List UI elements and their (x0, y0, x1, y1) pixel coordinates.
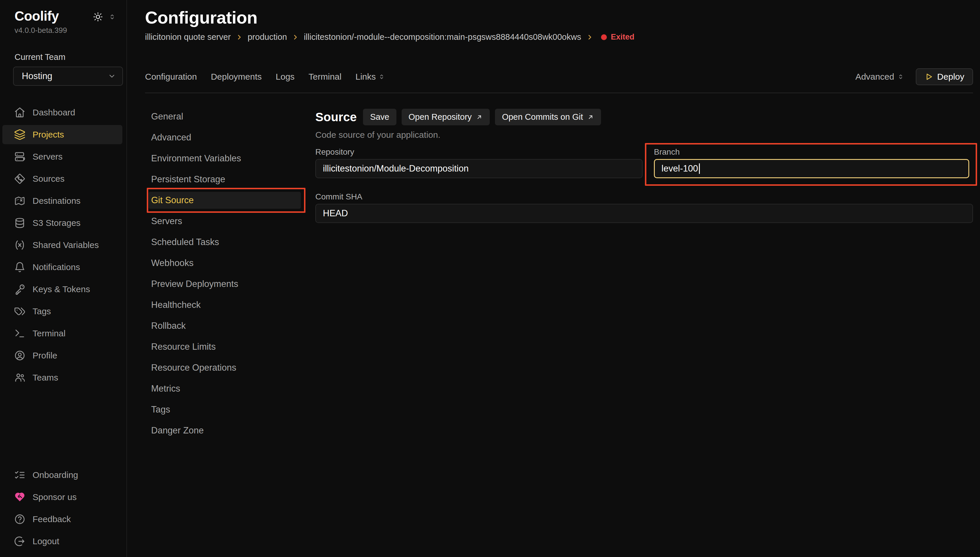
sidebar-item-label: Notifications (33, 262, 80, 272)
sidebar-item-teams[interactable]: Teams (0, 366, 127, 389)
layers-icon (14, 129, 26, 140)
status-dot-icon (601, 34, 607, 40)
sidebar-item-label: Destinations (33, 196, 81, 206)
breadcrumb-application[interactable]: illicitestonion/-module--decomposition:m… (304, 32, 581, 42)
subnav-item-preview-deployments[interactable]: Preview Deployments (145, 274, 302, 295)
open-repository-button[interactable]: Open Repository (401, 109, 490, 125)
branch-input[interactable]: level-100 (654, 159, 969, 178)
breadcrumb: illicitonion quote server production ill… (145, 32, 973, 42)
sidebar-item-label: Profile (33, 350, 57, 360)
sidebar-item-projects[interactable]: Projects (2, 125, 122, 144)
sidebar-item-profile[interactable]: Profile (0, 345, 127, 366)
sidebar-item-label: Teams (33, 373, 58, 383)
help-circle-icon (14, 513, 26, 525)
terminal-icon (14, 327, 26, 339)
status-badge: Exited (611, 33, 634, 42)
theme-sun-icon[interactable] (93, 11, 103, 22)
config-subnav: General Advanced Environment Variables P… (145, 106, 302, 557)
branch-label: Branch (654, 147, 969, 157)
sidebar-item-label: Dashboard (33, 107, 75, 117)
chevron-right-icon (291, 33, 299, 41)
subnav-item-environment-variables[interactable]: Environment Variables (145, 148, 302, 169)
save-button[interactable]: Save (363, 109, 396, 125)
sidebar-item-s3-storages[interactable]: S3 Storages (0, 212, 127, 234)
subnav-item-persistent-storage[interactable]: Persistent Storage (145, 169, 302, 190)
sidebar-item-label: Logout (33, 536, 59, 546)
commit-sha-input[interactable] (315, 204, 973, 223)
sidebar-item-onboarding[interactable]: Onboarding (0, 464, 127, 486)
tab-links[interactable]: Links (356, 72, 385, 82)
tab-logs[interactable]: Logs (276, 72, 295, 82)
tab-deployments[interactable]: Deployments (211, 72, 262, 82)
database-icon (14, 217, 26, 229)
sidebar-item-sponsor-us[interactable]: Sponsor us (0, 486, 127, 508)
subnav-item-danger-zone[interactable]: Danger Zone (145, 420, 302, 441)
team-select[interactable]: Hosting (13, 67, 123, 86)
chevron-right-icon (586, 33, 593, 41)
subnav-item-metrics[interactable]: Metrics (145, 378, 302, 399)
sidebar-item-label: Keys & Tokens (33, 284, 90, 294)
sidebar-item-label: Onboarding (33, 470, 78, 480)
subnav-item-webhooks[interactable]: Webhooks (145, 252, 302, 274)
source-form: Repository Branch level-100 Commit SHA (315, 147, 973, 223)
app-logo: Coolify (15, 9, 59, 24)
sidebar-item-label: Terminal (33, 329, 65, 339)
breadcrumb-environment[interactable]: production (248, 32, 287, 42)
sidebar-item-keys-tokens[interactable]: Keys & Tokens (0, 278, 127, 300)
sidebar-item-dashboard[interactable]: Dashboard (0, 101, 127, 124)
source-description: Code source of your application. (315, 130, 973, 140)
sidebar-item-servers[interactable]: Servers (0, 146, 127, 168)
tab-configuration[interactable]: Configuration (145, 72, 197, 82)
sidebar-item-label: S3 Storages (33, 218, 81, 228)
sidebar-item-shared-variables[interactable]: Shared Variables (0, 234, 127, 256)
chevron-down-icon (108, 72, 116, 80)
text-caret (699, 163, 700, 174)
sidebar-footer-nav: Onboarding Sponsor us Feedback Logout (0, 464, 127, 557)
subnav-item-rollback[interactable]: Rollback (145, 316, 302, 336)
source-heading: Source (315, 110, 357, 124)
subnav-item-git-source[interactable]: Git Source (148, 192, 301, 209)
play-icon (925, 72, 933, 81)
server-icon (14, 151, 26, 163)
tabs-row: Configuration Deployments Logs Terminal … (145, 68, 973, 85)
subnav-item-tags[interactable]: Tags (145, 399, 302, 420)
sidebar-item-label: Tags (33, 306, 51, 316)
external-link-icon (476, 114, 483, 121)
subnav-item-healthcheck[interactable]: Healthcheck (145, 295, 302, 316)
sidebar-item-terminal[interactable]: Terminal (0, 322, 127, 345)
subnav-item-advanced[interactable]: Advanced (145, 127, 302, 148)
sidebar-collapse-selector-icon[interactable] (109, 13, 116, 21)
subnav-item-resource-limits[interactable]: Resource Limits (145, 336, 302, 357)
logout-icon (14, 536, 26, 547)
subnav-item-resource-operations[interactable]: Resource Operations (145, 357, 302, 378)
commit-sha-field-group: Commit SHA (315, 192, 973, 223)
tab-links-label: Links (356, 72, 376, 82)
app-version: v4.0.0-beta.399 (0, 24, 127, 35)
breadcrumb-project[interactable]: illicitonion quote server (145, 32, 231, 42)
sidebar-item-label: Sponsor us (33, 492, 77, 502)
sidebar-item-tags[interactable]: Tags (0, 300, 127, 322)
users-icon (14, 372, 26, 383)
repository-input[interactable] (315, 159, 643, 178)
sidebar-item-notifications[interactable]: Notifications (0, 256, 127, 278)
deploy-button[interactable]: Deploy (916, 68, 973, 85)
key-icon (14, 283, 26, 295)
sidebar-item-sources[interactable]: Sources (0, 168, 127, 190)
advanced-dropdown[interactable]: Advanced (855, 72, 904, 82)
current-team-label: Current Team (0, 35, 127, 62)
tab-terminal[interactable]: Terminal (309, 72, 341, 82)
repository-field-group: Repository (315, 147, 643, 178)
open-commits-button[interactable]: Open Commits on Git (495, 109, 601, 125)
sidebar-item-logout[interactable]: Logout (0, 530, 127, 552)
sidebar-item-destinations[interactable]: Destinations (0, 190, 127, 212)
branch-annotation-box: Branch level-100 (645, 143, 977, 186)
deploy-label: Deploy (937, 72, 964, 82)
heart-hands-icon (14, 491, 26, 503)
subnav-item-scheduled-tasks[interactable]: Scheduled Tasks (145, 232, 302, 252)
selector-icon (897, 73, 904, 80)
home-icon (14, 107, 26, 118)
subnav-item-general[interactable]: General (145, 106, 302, 127)
subnav-item-servers[interactable]: Servers (145, 211, 302, 232)
sidebar-nav: Dashboard Projects Servers Sources Desti… (0, 101, 127, 389)
sidebar-item-feedback[interactable]: Feedback (0, 508, 127, 530)
